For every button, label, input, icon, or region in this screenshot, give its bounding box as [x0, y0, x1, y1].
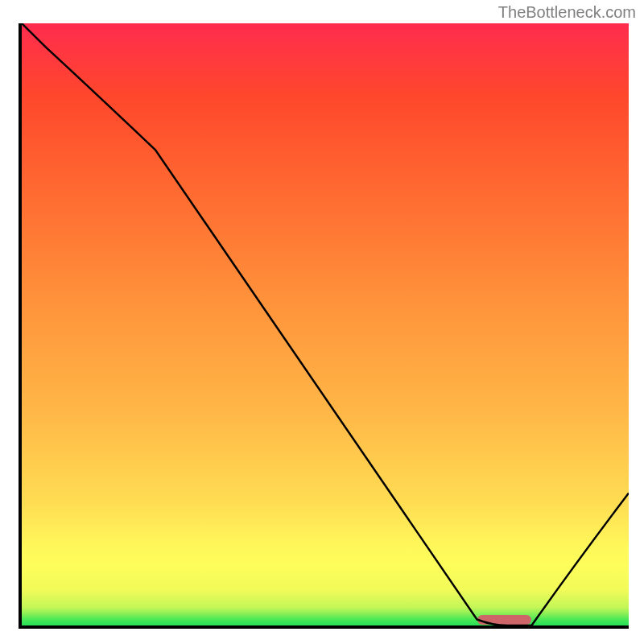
curve-svg — [22, 23, 629, 625]
chart-plot-area — [19, 23, 629, 629]
watermark-text: TheBottleneck.com — [498, 3, 636, 22]
bottleneck-curve-line — [22, 23, 629, 625]
